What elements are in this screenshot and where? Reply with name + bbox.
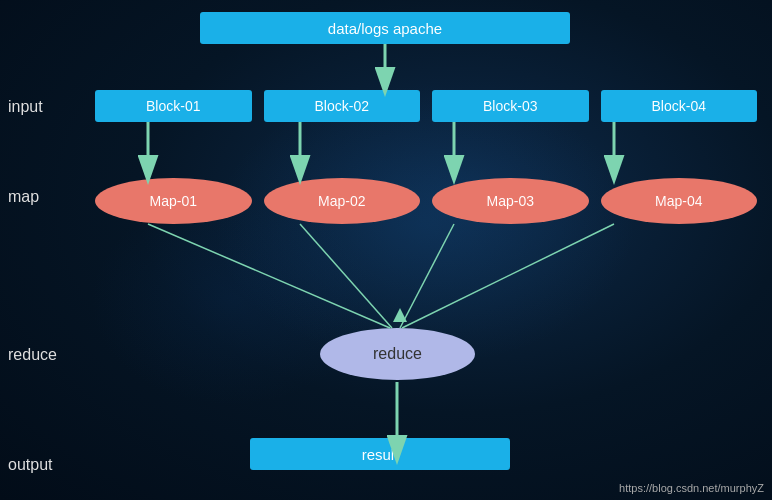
label-output: output bbox=[8, 456, 52, 474]
input-block-02: Block-02 bbox=[264, 90, 421, 122]
input-row: Block-01 Block-02 Block-03 Block-04 bbox=[95, 90, 757, 122]
diagram-container: input map reduce output data/logs apache… bbox=[0, 0, 772, 500]
svg-line-8 bbox=[300, 224, 392, 328]
input-block-03: Block-03 bbox=[432, 90, 589, 122]
svg-line-10 bbox=[402, 224, 614, 328]
map-node-01: Map-01 bbox=[95, 178, 252, 224]
svg-line-7 bbox=[148, 224, 390, 328]
map-node-03: Map-03 bbox=[432, 178, 589, 224]
result-block: result bbox=[250, 438, 510, 470]
input-block-01: Block-01 bbox=[95, 90, 252, 122]
source-block: data/logs apache bbox=[200, 12, 570, 44]
label-reduce: reduce bbox=[8, 346, 57, 364]
svg-line-9 bbox=[400, 224, 454, 328]
svg-marker-11 bbox=[393, 308, 407, 322]
label-map: map bbox=[8, 188, 39, 206]
map-node-04: Map-04 bbox=[601, 178, 758, 224]
arrows-svg bbox=[0, 0, 772, 500]
reduce-node: reduce bbox=[320, 328, 475, 380]
map-row: Map-01 Map-02 Map-03 Map-04 bbox=[95, 178, 757, 224]
input-block-04: Block-04 bbox=[601, 90, 758, 122]
watermark: https://blog.csdn.net/murphyZ bbox=[619, 482, 764, 494]
map-node-02: Map-02 bbox=[264, 178, 421, 224]
label-input: input bbox=[8, 98, 43, 116]
